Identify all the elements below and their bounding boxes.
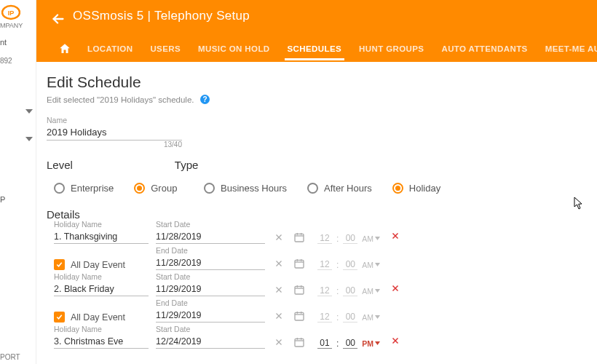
app-title: OSSmosis 5 | Telephony Setup xyxy=(73,9,250,23)
end-date-input[interactable] xyxy=(156,309,265,323)
help-icon[interactable]: ? xyxy=(200,95,210,104)
level-radio-enterprise[interactable]: Enterprise xyxy=(54,183,114,194)
page-title: Edit Schedule xyxy=(47,74,597,91)
main-content: Edit Schedule Edit selected "2019 Holida… xyxy=(41,62,597,364)
left-text-p: P xyxy=(0,195,5,204)
clear-icon[interactable] xyxy=(272,257,285,270)
dropdown-caret-icon[interactable] xyxy=(25,137,33,141)
start-date-input[interactable] xyxy=(156,335,265,349)
holiday-name-input[interactable] xyxy=(54,282,149,296)
delete-row-button[interactable] xyxy=(390,231,400,244)
clear-icon[interactable] xyxy=(272,309,285,323)
svg-rect-2 xyxy=(295,234,304,242)
start-date-label: Start Date xyxy=(156,325,190,333)
calendar-icon[interactable] xyxy=(293,336,306,349)
left-text-num: 892 xyxy=(0,57,12,65)
end-date-label: End Date xyxy=(156,246,188,255)
type-radio-business-hours[interactable]: Business Hours xyxy=(204,183,287,194)
holiday-name-label: Holiday Name xyxy=(54,220,102,229)
start-date-label: Start Date xyxy=(156,220,190,229)
tab-meet-me-audio-conferences[interactable]: MEET-ME AUDIO CONFERENCES xyxy=(544,37,597,60)
checkbox-icon xyxy=(54,312,65,323)
holiday-name-input[interactable] xyxy=(54,335,149,349)
ampm-select: AM xyxy=(362,234,380,243)
ampm-select: AM xyxy=(362,261,380,269)
ampm-select[interactable]: PM xyxy=(362,339,380,348)
calendar-icon[interactable] xyxy=(293,283,306,296)
dropdown-caret-icon[interactable] xyxy=(25,109,33,114)
checkbox-icon xyxy=(54,259,65,270)
holiday-name-input[interactable] xyxy=(54,230,149,244)
start-date-input[interactable] xyxy=(156,230,265,244)
schedule-name-input[interactable] xyxy=(47,124,182,141)
delete-row-button[interactable] xyxy=(390,336,400,349)
all-day-label: All Day Event xyxy=(71,312,125,323)
level-radio-group[interactable]: Group xyxy=(134,183,177,194)
name-label: Name xyxy=(47,116,597,124)
ampm-select: AM xyxy=(362,313,380,322)
time-picker: 12:00AM xyxy=(317,233,380,244)
back-button[interactable] xyxy=(48,9,68,29)
time-picker: 12:00AM xyxy=(317,259,380,270)
calendar-icon[interactable] xyxy=(293,231,306,244)
svg-rect-6 xyxy=(295,339,304,347)
home-icon[interactable] xyxy=(58,42,71,55)
nav-tabs: LOCATIONUSERSMUSIC ON HOLDSCHEDULESHUNT … xyxy=(58,36,597,62)
time-picker: 12:00AM xyxy=(317,312,380,323)
type-radio-holiday[interactable]: Holiday xyxy=(392,183,440,194)
tab-users[interactable]: USERS xyxy=(149,37,182,60)
brand-logo: IP xyxy=(1,4,20,20)
level-section-label: Level xyxy=(47,159,73,171)
all-day-checkbox[interactable]: All Day Event xyxy=(54,312,149,323)
clear-icon[interactable] xyxy=(272,283,285,296)
svg-rect-3 xyxy=(295,260,304,268)
brand-company-text: MPANY xyxy=(0,22,23,29)
page-subtitle: Edit selected "2019 Holidays" schedule. … xyxy=(47,92,597,106)
tab-auto-attendants[interactable]: AUTO ATTENDANTS xyxy=(440,37,529,60)
name-counter: 13/40 xyxy=(47,141,182,149)
left-panel-sliver: IP MPANY nt 892 P PORT xyxy=(0,0,36,364)
left-text-nt: nt xyxy=(0,38,7,47)
time-picker[interactable]: 01:00PM xyxy=(317,338,380,349)
radio-row: EnterpriseGroup Business HoursAfter Hour… xyxy=(47,183,597,194)
app-header: OSSmosis 5 | Telephony Setup LOCATIONUSE… xyxy=(36,0,597,62)
all-day-checkbox[interactable]: All Day Event xyxy=(54,259,149,270)
clear-icon[interactable] xyxy=(272,336,285,349)
type-section-label: Type xyxy=(175,159,199,171)
clear-icon[interactable] xyxy=(272,231,285,244)
tab-location[interactable]: LOCATION xyxy=(86,37,134,60)
mouse-cursor-icon xyxy=(574,197,585,211)
start-date-input[interactable] xyxy=(156,282,265,296)
holiday-name-label: Holiday Name xyxy=(54,272,102,281)
svg-rect-5 xyxy=(295,312,304,320)
time-picker: 12:00AM xyxy=(317,285,380,296)
calendar-icon[interactable] xyxy=(293,257,306,270)
calendar-icon[interactable] xyxy=(293,309,306,323)
left-text-port: PORT xyxy=(0,353,20,361)
svg-rect-4 xyxy=(295,286,304,294)
type-radio-after-hours[interactable]: After Hours xyxy=(307,183,372,194)
end-date-label: End Date xyxy=(156,298,188,307)
tab-music-on-hold[interactable]: MUSIC ON HOLD xyxy=(197,37,271,60)
ampm-select: AM xyxy=(362,287,380,296)
holiday-name-label: Holiday Name xyxy=(54,325,102,333)
start-date-label: Start Date xyxy=(156,272,190,281)
details-section-label: Details xyxy=(47,208,597,221)
tab-hunt-groups[interactable]: HUNT GROUPS xyxy=(357,37,425,60)
svg-text:IP: IP xyxy=(8,9,15,17)
end-date-input[interactable] xyxy=(156,256,265,270)
delete-row-button[interactable] xyxy=(390,283,400,296)
subtitle-text: Edit selected "2019 Holidays" schedule. xyxy=(47,95,194,104)
all-day-label: All Day Event xyxy=(71,260,125,270)
tab-schedules[interactable]: SCHEDULES xyxy=(286,37,344,60)
